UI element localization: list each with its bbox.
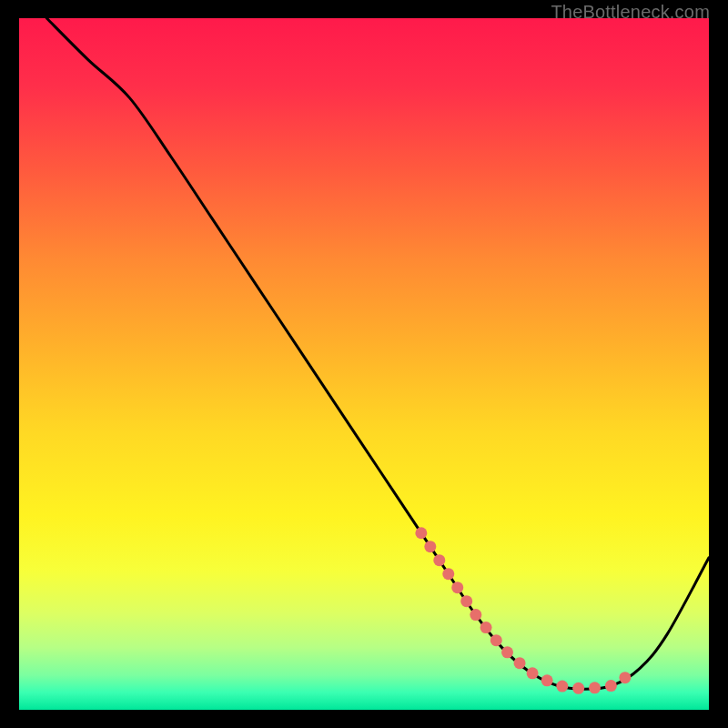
valley-dot	[490, 634, 502, 646]
chart-container: TheBottleneck.com	[0, 0, 728, 728]
valley-dot	[424, 541, 436, 552]
valley-dot	[451, 581, 463, 593]
valley-dot	[470, 609, 481, 621]
valley-dot	[480, 622, 492, 633]
valley-dot	[442, 568, 454, 580]
valley-dot	[541, 674, 553, 686]
valley-dot	[572, 682, 584, 694]
valley-dot	[415, 527, 427, 539]
bottleneck-chart	[19, 18, 709, 710]
valley-dot	[589, 682, 601, 693]
valley-dot	[501, 646, 513, 658]
valley-dot	[460, 595, 472, 607]
valley-dot	[605, 680, 617, 692]
valley-dot	[556, 681, 568, 693]
valley-dot	[433, 554, 445, 566]
valley-dot	[619, 672, 631, 683]
gradient-background	[19, 18, 709, 710]
valley-dot	[527, 667, 539, 679]
watermark-text: TheBottleneck.com	[551, 2, 710, 23]
valley-dot	[514, 657, 526, 669]
